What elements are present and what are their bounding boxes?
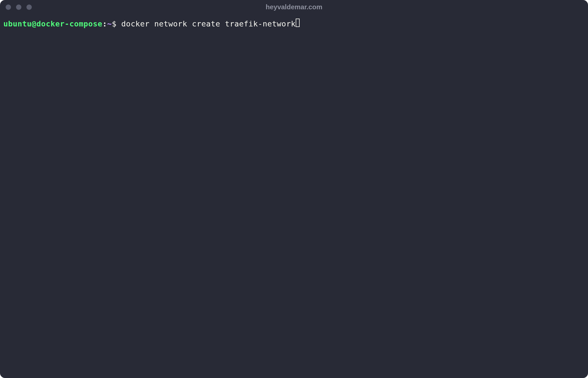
title-bar: heyvaldemar.com: [0, 0, 588, 14]
prompt-symbol: $: [112, 19, 121, 29]
maximize-icon[interactable]: [26, 4, 32, 10]
cursor-icon: [296, 19, 300, 27]
terminal-body[interactable]: ubuntu@docker-compose:~$ docker network …: [0, 14, 588, 33]
terminal-window: heyvaldemar.com ubuntu@docker-compose:~$…: [0, 0, 588, 378]
traffic-lights: [6, 4, 32, 10]
prompt-path: ~: [107, 19, 112, 29]
prompt-user-host: ubuntu@docker-compose: [3, 19, 102, 29]
command-text: docker network create traefik-network: [121, 19, 296, 29]
minimize-icon[interactable]: [16, 4, 21, 10]
prompt-colon: :: [102, 19, 107, 29]
prompt-line: ubuntu@docker-compose:~$ docker network …: [3, 18, 585, 29]
window-title: heyvaldemar.com: [266, 3, 322, 11]
close-icon[interactable]: [6, 4, 11, 10]
